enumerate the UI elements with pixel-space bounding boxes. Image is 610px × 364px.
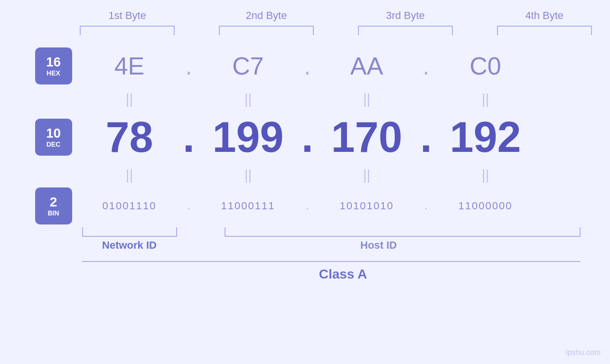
top-bracket-2: [219, 26, 314, 35]
dec-val-2: 199: [201, 113, 296, 162]
top-brackets: [75, 26, 597, 35]
bin-val-1: 01001110: [82, 200, 177, 212]
eq-sym-2: ||: [201, 91, 296, 107]
bottom-bracket-network: [82, 227, 177, 237]
bin-val-3: 10101010: [319, 200, 414, 212]
byte-label-2: 2nd Byte: [219, 9, 314, 22]
dec-dot-3: .: [414, 113, 438, 162]
eq-row-2: || || || ||: [82, 163, 604, 187]
bin-badge-row: 2 BIN: [25, 187, 82, 225]
bottom-labels: Network ID Host ID: [82, 239, 604, 252]
bin-badge-label: BIN: [47, 209, 59, 217]
eq-sym-7: ||: [319, 167, 414, 183]
dec-badge-num: 10: [46, 126, 61, 141]
dec-val-3: 170: [319, 113, 414, 162]
hex-val-3: AA: [319, 52, 414, 80]
byte-label-3: 3rd Byte: [358, 9, 453, 22]
eq-sym-5: ||: [82, 167, 177, 183]
hex-dot-2: .: [296, 52, 319, 80]
dec-val-4: 192: [438, 113, 533, 162]
bin-badge: 2 BIN: [35, 187, 72, 224]
hex-dot-1: .: [177, 52, 201, 80]
hex-val-2: C7: [201, 52, 296, 80]
dec-badge-row: 10 DEC: [25, 111, 82, 163]
dec-eq-spacer: [25, 163, 82, 187]
top-bracket-1: [80, 26, 175, 35]
byte-label-1: 1st Byte: [80, 9, 175, 22]
top-bracket-4: [497, 26, 592, 35]
bin-badge-num: 2: [50, 195, 57, 210]
eq-row-1: || || || ||: [82, 87, 604, 111]
bin-dot-3: .: [414, 200, 438, 212]
bin-row: 01001110 . 11000111 . 10101010 . 1100000…: [82, 187, 604, 225]
dec-val-1: 78: [82, 113, 177, 162]
eq-sym-1: ||: [82, 91, 177, 107]
hex-badge-row: 16 HEX: [25, 45, 82, 87]
eq-sym-6: ||: [201, 167, 296, 183]
hex-badge-label: HEX: [47, 69, 60, 77]
watermark: ipshu.com: [566, 348, 601, 357]
bottom-bracket-host: [225, 227, 581, 237]
main-container: 1st Byte 2nd Byte 3rd Byte 4th Byte 16 H…: [0, 0, 610, 364]
dec-dot-1: .: [177, 113, 201, 162]
class-bracket-line: [82, 261, 581, 262]
hex-dot-3: .: [414, 52, 438, 80]
dec-dot-2: .: [296, 113, 319, 162]
host-id-label: Host ID: [201, 239, 557, 252]
hex-badge: 16 HEX: [35, 47, 72, 84]
bin-val-2: 11000111: [201, 200, 296, 212]
class-label: Class A: [82, 267, 604, 282]
data-area: 4E . C7 . AA . C0 || || || || 78: [82, 45, 604, 282]
hex-row: 4E . C7 . AA . C0: [82, 45, 604, 87]
byte-label-4: 4th Byte: [497, 9, 592, 22]
top-bracket-3: [358, 26, 453, 35]
dec-badge: 10 DEC: [35, 119, 72, 156]
eq-sym-3: ||: [319, 91, 414, 107]
eq-sym-8: ||: [438, 167, 533, 183]
bin-dot-1: .: [177, 200, 201, 212]
byte-labels-row: 1st Byte 2nd Byte 3rd Byte 4th Byte: [75, 9, 597, 22]
eq-sym-4: ||: [438, 91, 533, 107]
bin-dot-2: .: [296, 200, 319, 212]
hex-eq-spacer: [25, 87, 82, 111]
dec-badge-label: DEC: [47, 140, 61, 148]
hex-badge-num: 16: [46, 55, 61, 70]
bin-val-4: 11000000: [438, 200, 533, 212]
class-section: Class A: [82, 261, 604, 282]
base-labels-col: 16 HEX 10 DEC 2 BIN: [20, 45, 82, 282]
network-id-label: Network ID: [82, 239, 177, 252]
dec-row: 78 . 199 . 170 . 192: [82, 111, 604, 163]
hex-val-4: C0: [438, 52, 533, 80]
hex-val-1: 4E: [82, 52, 177, 80]
